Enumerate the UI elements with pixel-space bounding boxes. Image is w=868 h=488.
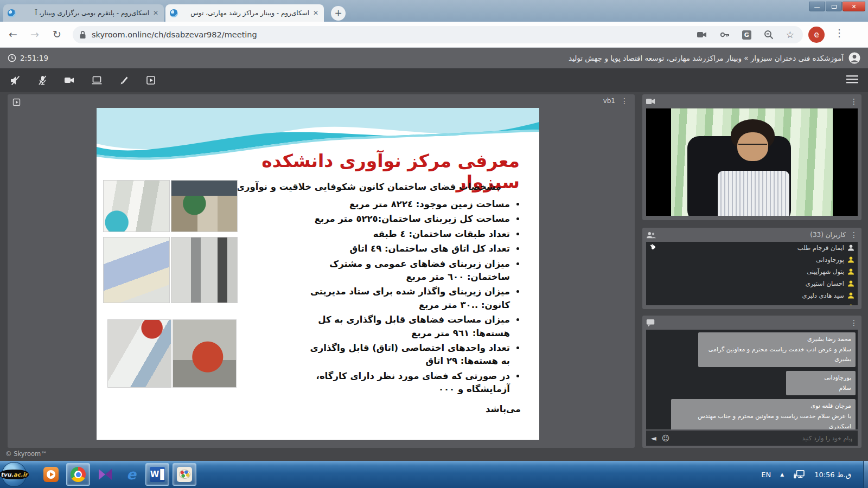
chat-text: با عرض سلام خدمت ریاست و معاونین محترم و… [675,412,851,429]
start-button[interactable]: tvu.ac.ir [2,462,27,487]
users-panel: کاربران (33) ⋮ ایمان فرجام طلب [642,228,861,309]
draw-pen-icon[interactable] [117,74,130,87]
tray-clock[interactable]: 10:56 ق.ظ [814,471,851,479]
user-row[interactable]: ایمان فرجام طلب [646,242,858,254]
chat-messages: محمد رضا بشیری سلام و عرض ادب خدمت ریاست… [646,330,858,429]
whiteboard-tab-name[interactable]: vb1 [603,97,615,105]
meeting-toolbar [0,68,868,92]
back-icon[interactable]: ← [9,28,17,40]
whiteboard-menu-icon[interactable]: ⋮ [621,97,628,105]
mic-muted-icon[interactable] [36,74,49,87]
taskbar-word-icon[interactable]: W [145,463,169,486]
emoji-icon[interactable]: ☺ [662,434,670,442]
profile-avatar[interactable]: e [808,27,825,43]
user-row[interactable]: بتول شهرآیینی [646,266,858,278]
slide-bullet: مساحت زمین موجود: ٨٢٢٤ متر مربع [308,198,510,211]
chat-message: پورجاودانی سلام [786,371,856,395]
chat-panel: ⋮ محمد رضا بشیری سلام و عرض ادب خدمت ریا… [642,316,861,448]
user-row-partial[interactable] [646,301,858,305]
user-row[interactable]: احسان استیری [646,278,858,290]
bookmark-star-icon[interactable]: ☆ [786,29,794,40]
url-text: skyroom.online/ch/dsabzevar982/meeting [92,30,697,39]
send-message-icon[interactable]: ◄ [650,434,656,442]
slide-photo-collage-3 [107,319,237,388]
key-icon[interactable] [719,29,730,40]
photo-art-exhibit [171,180,238,232]
slide-bullet: میزان مساحت فضاهای قابل واگذاری به کل هس… [308,313,510,340]
person-icon [847,304,854,305]
webcam-icon[interactable] [63,74,76,87]
browser-tab-strip: اسکای‌روم - پلتفرم بومی برگزاری وبینار، … [0,0,868,22]
network-icon[interactable] [793,470,805,479]
users-menu-icon[interactable]: ⋮ [850,230,858,239]
room-title-area: آموزشکده فنی دختران سبزوار » وبینار مراک… [569,48,860,68]
slide-bullet: میزان زیربنای فضاهای عمومی و مشترک ساختم… [308,258,510,284]
presentation-slide: معرفی مرکز نوآوری دانشکده سبزوار مشخصات … [97,108,539,440]
taskbar-internet-explorer-icon[interactable]: e [119,463,143,486]
slide-bullet: در صورتی که فضای مورد نظر دارای کارگاه، … [308,370,510,396]
browser-tab-1[interactable]: اسکای‌روم - پلتفرم بومی برگزاری وبینار، … [3,4,164,22]
whiteboard-label-row: vb1 ⋮ [603,97,628,105]
omnibox-actions: G ☆ [697,29,794,40]
address-bar[interactable]: skyroom.online/ch/dsabzevar982/meeting G… [73,26,803,43]
chat-input-row: ◄ ☺ [646,431,858,446]
translate-icon[interactable]: G [742,30,751,40]
minimize-button[interactable]: — [809,2,825,11]
clock-icon [8,54,16,62]
screen: اسکای‌روم - پلتفرم بومی برگزاری وبینار، … [0,0,868,488]
skyroom-copyright: © Skyroom™ [5,450,47,458]
person-icon [847,268,854,275]
user-name: احسان استیری [806,280,844,287]
chat-input[interactable] [675,434,853,442]
user-name: ایمان فرجام طلب [797,244,844,252]
taskbar-kmplayer-icon[interactable] [93,463,117,486]
taskbar-paint-icon[interactable] [173,463,196,486]
browser-navbar: ← → ↻ skyroom.online/ch/dsabzevar982/mee… [0,22,868,48]
chat-menu-icon[interactable]: ⋮ [850,318,858,327]
tab-title: اسکای‌روم - پلتفرم بومی برگزاری وبینار، … [20,9,149,17]
forward-icon[interactable]: → [30,28,39,40]
screen-share-icon[interactable] [90,74,103,87]
zoom-out-icon[interactable] [763,29,774,40]
skyroom-favicon [8,9,16,17]
person-icon [847,244,854,252]
users-icon [646,231,656,239]
taskbar-chrome-icon[interactable] [66,463,90,486]
chat-message: محمد رضا بشیری سلام و عرض ادب خدمت ریاست… [698,332,856,367]
maximize-button[interactable] [826,2,842,11]
users-list: ایمان فرجام طلب پورجاودانی [646,242,858,305]
user-row[interactable]: سید هادی دلبری [646,290,858,301]
users-panel-title: کاربران (33) [810,231,846,239]
show-desktop-button[interactable] [863,461,868,488]
slide-bullets: مساحت زمین موجود: ٨٢٢٤ متر مربع مساحت کل… [308,198,521,414]
slide-bullet: تعداد کل اتاق های ساختمان: ٤٩ اتاق [308,242,510,255]
panels-menu-icon[interactable] [846,75,858,86]
slide-bullet: میزان زیربنای واگذار شده برای ستاد مدیری… [308,285,510,312]
chat-panel-header: ⋮ [642,316,861,330]
photo-equipment [171,237,238,303]
window-controls: — ✕ [809,2,865,11]
video-panel-header: ⋮ [642,94,861,108]
slide-photo-collage-1 [103,180,238,232]
play-media-icon[interactable] [144,74,157,87]
browser-menu-icon[interactable]: ⋮ [834,27,844,38]
taskbar-media-player-icon[interactable] [39,463,63,486]
tray-expand-icon[interactable]: ▲ [780,472,784,477]
person-icon [847,280,854,287]
reload-icon[interactable]: ↻ [53,28,61,40]
photo-red-machine [173,319,237,388]
browser-tab-2[interactable]: اسکای‌روم - وبینار مراکز رشد مهارتی، توس… [165,4,324,22]
language-indicator[interactable]: EN [761,471,771,479]
user-row[interactable]: پورجاودانی [646,254,858,266]
photo-laser-machine [103,237,170,303]
close-button[interactable]: ✕ [843,2,865,11]
speaker-webcam-image [671,108,833,216]
tab-close-icon[interactable]: ✕ [313,9,320,17]
video-menu-icon[interactable]: ⋮ [850,97,858,106]
speaker-muted-icon[interactable] [9,74,22,87]
tab-close-icon[interactable]: ✕ [153,9,159,17]
new-tab-button[interactable]: + [331,6,346,21]
whiteboard-play-icon[interactable] [12,98,21,108]
camera-icon[interactable] [697,29,707,40]
speaker-video[interactable] [646,108,858,216]
